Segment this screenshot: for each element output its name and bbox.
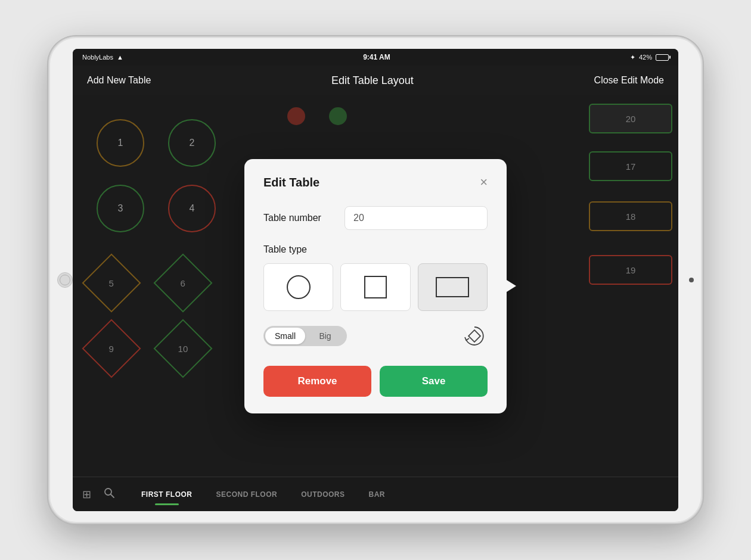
- type-rectangle-option[interactable]: [418, 263, 488, 311]
- tab-first-floor[interactable]: FIRST FLOOR: [129, 480, 204, 509]
- rotate-icon: [463, 324, 486, 348]
- add-new-table-button[interactable]: Add New Table: [87, 75, 151, 86]
- wifi-icon: ▲: [117, 54, 123, 61]
- status-right: ✦ 42%: [630, 54, 669, 61]
- controls-row: Small Big: [263, 323, 488, 349]
- status-time: 9:41 AM: [363, 53, 390, 61]
- modal-title: Edit Table: [263, 176, 319, 189]
- table-type-options: [263, 263, 488, 311]
- layout-icon-button[interactable]: ⊞: [82, 488, 91, 501]
- rotate-button[interactable]: [461, 323, 488, 349]
- table-type-label: Table type: [263, 244, 488, 255]
- square-icon: [364, 276, 387, 298]
- rectangle-icon: [436, 277, 469, 297]
- bluetooth-icon: ✦: [630, 54, 635, 61]
- svg-point-1: [105, 489, 111, 495]
- search-icon-button[interactable]: [103, 487, 115, 502]
- main-content: Register 1 2 3 4: [73, 95, 678, 477]
- table-number-label: Table number: [263, 213, 335, 223]
- status-left: NoblyLabs ▲: [82, 54, 123, 61]
- circle-icon: [287, 275, 311, 299]
- tab-outdoors[interactable]: OUTDOORS: [289, 480, 356, 509]
- type-circle-option[interactable]: [263, 263, 333, 311]
- modal-overlay: Edit Table × Table number Table type: [73, 95, 678, 477]
- app-name: NoblyLabs: [82, 54, 113, 61]
- tab-bar-floor[interactable]: BAR: [357, 480, 398, 509]
- battery-pct: 42%: [639, 54, 652, 61]
- home-button-inner: [60, 275, 70, 285]
- status-bar: NoblyLabs ▲ 9:41 AM ✦ 42%: [73, 49, 678, 66]
- tab-second-floor[interactable]: SECOND FLOOR: [204, 480, 290, 509]
- tab-bar: ⊞ FIRST FLOOR SECOND FLOOR OUTDOORS: [73, 477, 678, 511]
- svg-line-2: [111, 494, 114, 497]
- size-toggle[interactable]: Small Big: [263, 326, 347, 346]
- tab-floors: FIRST FLOOR SECOND FLOOR OUTDOORS BAR: [129, 480, 397, 509]
- big-toggle[interactable]: Big: [305, 328, 345, 344]
- nav-title: Edit Table Layout: [331, 74, 414, 87]
- action-row: Remove Save: [263, 366, 488, 397]
- ipad-screen: NoblyLabs ▲ 9:41 AM ✦ 42% Add New Table …: [73, 49, 678, 511]
- save-button[interactable]: Save: [380, 366, 488, 397]
- nav-bar: Add New Table Edit Table Layout Close Ed…: [73, 66, 678, 95]
- type-square-option[interactable]: [340, 263, 410, 311]
- ipad-frame: NoblyLabs ▲ 9:41 AM ✦ 42% Add New Table …: [48, 36, 703, 524]
- table-type-section: Table type: [263, 244, 488, 311]
- table-number-input[interactable]: [345, 206, 488, 230]
- right-dot: [689, 278, 694, 282]
- table-number-row: Table number: [263, 206, 488, 230]
- svg-rect-0: [468, 330, 480, 342]
- close-edit-mode-button[interactable]: Close Edit Mode: [594, 75, 664, 86]
- modal-pointer: [507, 280, 516, 292]
- remove-button[interactable]: Remove: [263, 366, 371, 397]
- home-button[interactable]: [57, 272, 73, 288]
- edit-table-modal: Edit Table × Table number Table type: [244, 159, 507, 413]
- small-toggle[interactable]: Small: [265, 328, 305, 344]
- modal-close-button[interactable]: ×: [480, 176, 488, 189]
- battery-bar: [656, 54, 669, 61]
- modal-header: Edit Table ×: [263, 176, 488, 189]
- tab-icon-area: ⊞: [82, 487, 115, 502]
